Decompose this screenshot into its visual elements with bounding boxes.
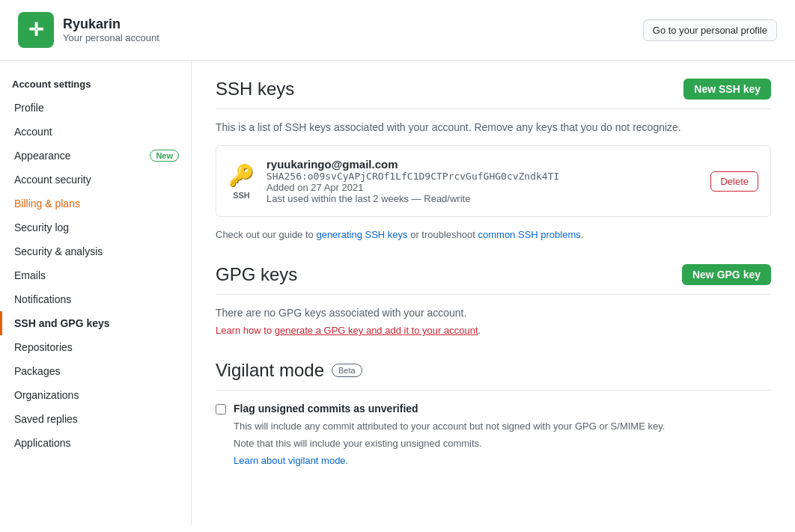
vigilant-checkbox-label[interactable]: Flag unsigned commits as unverified [234, 403, 418, 415]
sidebar-item-security-log[interactable]: Security log [0, 215, 191, 239]
sidebar-item-billing[interactable]: Billing & plans [0, 192, 191, 215]
key-info: ryuukaringo@gmail.com SHA256:o09svCyAPjC… [266, 158, 698, 204]
sidebar-item-security-analysis[interactable]: Security & analysis [0, 239, 191, 263]
flag-unsigned-commits-row: Flag unsigned commits as unverified [216, 403, 771, 415]
sidebar-item-emails[interactable]: Emails [0, 263, 191, 287]
go-to-profile-button[interactable]: Go to your personal profile [643, 19, 777, 41]
vigilant-section-header: Vigilant mode Beta [216, 360, 771, 391]
vigilant-checkbox[interactable] [216, 404, 226, 415]
gpg-section-header: GPG keys New GPG key [216, 264, 771, 295]
page-layout: Account settings Profile Account Appeara… [0, 61, 795, 525]
new-badge: New [150, 150, 179, 162]
sidebar-item-appearance[interactable]: Appearance New [0, 144, 191, 168]
sidebar-item-applications[interactable]: Applications [0, 431, 191, 455]
delete-ssh-key-button[interactable]: Delete [710, 171, 758, 192]
sidebar-item-profile[interactable]: Profile [0, 96, 191, 120]
sidebar-item-packages[interactable]: Packages [0, 359, 191, 383]
sidebar-item-account[interactable]: Account [0, 120, 191, 144]
vigilant-section-title: Vigilant mode [216, 360, 324, 381]
ssh-guide-text: Check out our guide to generating SSH ke… [216, 229, 771, 240]
key-icon: 🔑 [228, 163, 255, 188]
user-info: ✛ Ryukarin Your personal account [18, 12, 159, 48]
beta-badge: Beta [332, 364, 362, 377]
gpg-learn-text: Learn how to generate a GPG key and add … [216, 325, 771, 336]
sidebar: Account settings Profile Account Appeara… [0, 61, 192, 525]
vigilant-desc-line2: Note that this will include your existin… [234, 438, 771, 449]
key-last-used: Last used within the last 2 weeks — Read… [266, 193, 698, 204]
sidebar-item-account-security[interactable]: Account security [0, 168, 191, 192]
username: Ryukarin [63, 16, 159, 32]
main-content: SSH keys New SSH key This is a list of S… [192, 61, 795, 484]
page-header: ✛ Ryukarin Your personal account Go to y… [0, 0, 795, 61]
ssh-description: This is a list of SSH keys associated wi… [216, 121, 771, 133]
key-added: Added on 27 Apr 2021 [266, 182, 698, 193]
key-email: ryuukaringo@gmail.com [266, 158, 698, 171]
user-subtitle: Your personal account [63, 32, 159, 43]
generate-gpg-key-link[interactable]: generate a GPG key and add it to your ac… [275, 325, 478, 336]
key-hash: SHA256:o09svCyAPjCROf1LfC1D9CTPrcvGufGHG… [266, 171, 698, 182]
new-ssh-key-button[interactable]: New SSH key [683, 79, 771, 100]
ssh-key-card: 🔑 SSH ryuukaringo@gmail.com SHA256:o09sv… [216, 145, 771, 217]
sidebar-item-ssh-gpg[interactable]: SSH and GPG keys [0, 311, 191, 335]
sidebar-item-organizations[interactable]: Organizations [0, 383, 191, 407]
ssh-section-header: SSH keys New SSH key [216, 79, 771, 109]
gpg-section: GPG keys New GPG key There are no GPG ke… [216, 264, 771, 336]
avatar: ✛ [18, 12, 54, 48]
ssh-section-title: SSH keys [216, 79, 294, 100]
gpg-section-title: GPG keys [216, 264, 297, 285]
sidebar-section-title: Account settings [0, 73, 191, 96]
generating-ssh-keys-link[interactable]: generating SSH keys [316, 229, 407, 240]
common-ssh-problems-link[interactable]: common SSH problems [478, 229, 581, 240]
no-gpg-keys-text: There are no GPG keys associated with yo… [216, 307, 771, 319]
new-gpg-key-button[interactable]: New GPG key [682, 264, 771, 285]
ssh-label: SSH [233, 191, 250, 200]
sidebar-item-saved-replies[interactable]: Saved replies [0, 407, 191, 431]
key-icon-wrapper: 🔑 SSH [228, 163, 255, 200]
vigilant-section: Vigilant mode Beta Flag unsigned commits… [216, 360, 771, 466]
sidebar-item-notifications[interactable]: Notifications [0, 287, 191, 311]
sidebar-item-repositories[interactable]: Repositories [0, 335, 191, 359]
vigilant-desc-line1: This will include any commit attributed … [234, 421, 771, 432]
vigilant-learn-link[interactable]: Learn about vigilant mode. [234, 455, 771, 466]
